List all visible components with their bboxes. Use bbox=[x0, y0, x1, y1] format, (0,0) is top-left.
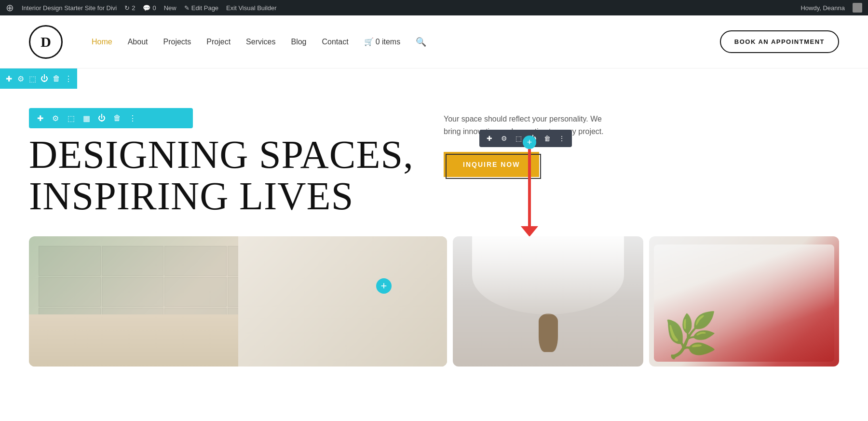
gallery-image-2 bbox=[453, 236, 643, 367]
book-appointment-button[interactable]: BOOK AN APPOINTMENT bbox=[720, 30, 839, 53]
center-plus-button[interactable]: + bbox=[376, 278, 392, 294]
comments-icon[interactable]: 💬 0 bbox=[143, 4, 156, 12]
section-more-icon[interactable]: ⋮ bbox=[64, 73, 72, 84]
howdy-label: Howdy, Deanna bbox=[800, 4, 845, 12]
section-add-icon[interactable]: ✚ bbox=[5, 73, 13, 84]
logo-letter: D bbox=[41, 34, 51, 50]
nav-services[interactable]: Services bbox=[246, 38, 275, 46]
gallery-image-1 bbox=[29, 236, 447, 367]
admin-avatar bbox=[853, 3, 862, 13]
section-power-icon[interactable]: ⏻ bbox=[41, 73, 49, 84]
row-delete-icon[interactable]: 🗑 bbox=[112, 113, 122, 123]
hero-title-line1: DESIGNING SPACES, bbox=[29, 133, 414, 177]
row-duplicate-icon[interactable]: ⬚ bbox=[66, 113, 76, 123]
row-settings-icon[interactable]: ⚙ bbox=[50, 113, 61, 123]
section-delete-icon[interactable]: 🗑 bbox=[53, 73, 61, 84]
main-content: ✚ ⚙ ⬚ ⏻ 🗑 ⋮ ✚ ⚙ ⬚ ▦ ⏻ 🗑 ⋮ DESIGNING SPAC… bbox=[0, 68, 868, 376]
site-name[interactable]: Interior Design Starter Site for Divi bbox=[22, 4, 117, 12]
nav-projects[interactable]: Projects bbox=[163, 38, 191, 46]
row-toolbar: ✚ ⚙ ⬚ ▦ ⏻ 🗑 ⋮ bbox=[29, 108, 193, 128]
nav-project[interactable]: Project bbox=[206, 38, 231, 46]
plus-circle-arrow[interactable]: + bbox=[523, 136, 536, 149]
admin-bar: ⊕ Interior Design Starter Site for Divi … bbox=[0, 0, 868, 15]
nav-about[interactable]: About bbox=[128, 38, 148, 46]
hero-right: Your space should reflect your personali… bbox=[424, 108, 608, 217]
module-duplicate-icon[interactable]: ⬚ bbox=[513, 133, 524, 144]
hero-section: ✚ ⚙ ⬚ ▦ ⏻ 🗑 ⋮ DESIGNING SPACES, INSPIRIN… bbox=[0, 89, 868, 227]
section-settings-icon[interactable]: ⚙ bbox=[17, 73, 25, 84]
row-add-icon[interactable]: ✚ bbox=[35, 113, 45, 123]
site-nav: Home About Projects Project Services Blo… bbox=[92, 37, 720, 47]
module-delete-icon[interactable]: 🗑 bbox=[542, 133, 553, 144]
blossom-branch-decoration: 🌿 bbox=[664, 313, 718, 357]
module-settings-icon[interactable]: ⚙ bbox=[499, 133, 509, 144]
search-icon[interactable]: 🔍 bbox=[416, 37, 426, 47]
exit-builder-button[interactable]: Exit Visual Builder bbox=[226, 4, 277, 12]
site-logo[interactable]: D bbox=[29, 25, 63, 59]
gallery-section: 🌿 bbox=[0, 227, 868, 376]
interior-wall bbox=[238, 236, 448, 367]
site-header: D Home About Projects Project Services B… bbox=[0, 15, 868, 68]
hero-title: DESIGNING SPACES, INSPIRING LIVES bbox=[29, 134, 424, 217]
cart-icon[interactable]: 🛒 0 items bbox=[364, 37, 401, 46]
vase-decoration bbox=[539, 313, 558, 352]
hero-title-line2: INSPIRING LIVES bbox=[29, 174, 353, 218]
section-toolbar: ✚ ⚙ ⬚ ⏻ 🗑 ⋮ bbox=[0, 68, 77, 89]
nav-home[interactable]: Home bbox=[92, 38, 112, 46]
edit-page-button[interactable]: ✎ Edit Page bbox=[184, 4, 218, 12]
row-grid-icon[interactable]: ▦ bbox=[81, 113, 92, 123]
gallery-image-3: 🌿 bbox=[649, 236, 839, 367]
nav-blog[interactable]: Blog bbox=[291, 38, 306, 46]
red-arrow-wrap: + bbox=[521, 142, 538, 237]
wp-logo-icon[interactable]: ⊕ bbox=[6, 2, 14, 14]
module-more-icon[interactable]: ⋮ bbox=[556, 133, 567, 144]
curtain-light bbox=[472, 236, 624, 314]
new-button[interactable]: New bbox=[164, 4, 176, 12]
row-power-icon[interactable]: ⏻ bbox=[96, 113, 107, 123]
row-more-icon[interactable]: ⋮ bbox=[127, 113, 138, 123]
revisions-icon[interactable]: ↻ 2 bbox=[124, 4, 135, 12]
red-arrow-shaft bbox=[528, 149, 531, 226]
nav-contact[interactable]: Contact bbox=[322, 38, 348, 46]
section-duplicate-icon[interactable]: ⬚ bbox=[28, 73, 37, 84]
module-add-icon[interactable]: ✚ bbox=[484, 133, 495, 144]
hero-left: ✚ ⚙ ⬚ ▦ ⏻ 🗑 ⋮ DESIGNING SPACES, INSPIRIN… bbox=[29, 108, 424, 217]
